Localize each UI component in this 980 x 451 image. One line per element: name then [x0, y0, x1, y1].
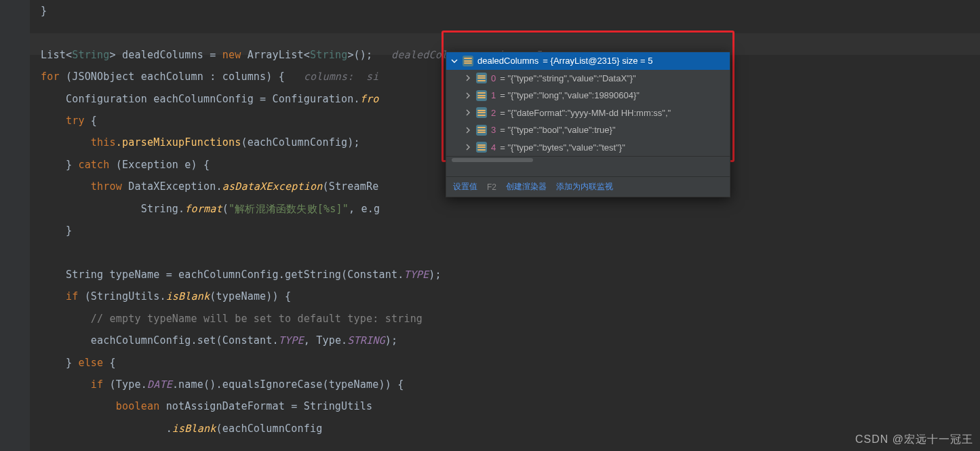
- code-text: STRING: [347, 334, 385, 347]
- debugger-item-node[interactable]: 4 = "{"type":"bytes","value":"test"}": [446, 139, 730, 157]
- code-text: );: [429, 269, 441, 281]
- object-icon: [463, 56, 473, 66]
- debugger-var-value: = "{"type":"bool","value":true}": [500, 125, 615, 135]
- code-text: (: [222, 203, 229, 215]
- debugger-item-node[interactable]: 0 = "{"type":"string","value":"DataX"}": [446, 70, 730, 87]
- code-text: }: [66, 224, 72, 237]
- code-text: }: [66, 159, 78, 171]
- code-text: notAssignDateFormat = StringUtils: [159, 400, 372, 412]
- code-comment: // empty typeName will be set to default…: [91, 313, 423, 325]
- debugger-var-name: 3: [491, 125, 496, 135]
- code-text: catch: [78, 159, 109, 171]
- code-text: String.: [141, 203, 185, 215]
- code-text: String: [72, 49, 109, 61]
- code-text: (eachColumnConfig);: [241, 136, 359, 149]
- code-text: .name().equalsIgnoreCase(typeName)) {: [172, 378, 404, 391]
- debugger-item-node[interactable]: 2 = "{"dateFormat":"yyyy-MM-dd HH:mm:ss"…: [446, 104, 730, 122]
- code-text: {: [85, 115, 97, 127]
- code-text: fro: [360, 93, 379, 105]
- debugger-var-name: 4: [491, 142, 496, 153]
- code-text: }: [41, 5, 47, 17]
- code-text: List: [41, 49, 66, 61]
- object-icon: [476, 125, 487, 136]
- code-text: eachColumnConfig.set(Constant.: [91, 334, 279, 347]
- code-text: , e.g: [349, 203, 380, 215]
- debugger-root-node[interactable]: dealedColumns = {ArrayList@2315} size = …: [446, 52, 730, 70]
- code-text: this: [91, 136, 116, 149]
- code-text: , Type.: [304, 334, 348, 347]
- editor-gutter: [0, 0, 30, 451]
- chevron-right-icon[interactable]: [464, 74, 472, 82]
- debugger-popup[interactable]: dealedColumns = {ArrayList@2315} size = …: [446, 52, 730, 197]
- inline-hint: columns: si: [304, 71, 379, 83]
- code-text: (eachColumnConfig: [216, 423, 322, 435]
- code-text: .parseMixupFunctions: [116, 136, 241, 149]
- code-text: if: [66, 290, 78, 302]
- code-text: );: [385, 334, 397, 347]
- debugger-var-name: 0: [491, 73, 496, 83]
- code-text: format: [184, 203, 222, 215]
- code-text: asDataXException: [222, 180, 323, 193]
- chevron-right-icon[interactable]: [464, 109, 472, 117]
- debugger-var-name: 2: [491, 108, 496, 118]
- object-icon: [476, 107, 487, 118]
- code-text: boolean: [116, 400, 160, 412]
- debugger-var-name: dealedColumns: [477, 56, 538, 66]
- debugger-var-value: = {ArrayList@2315} size = 5: [543, 56, 652, 66]
- code-text: (Type.: [103, 378, 147, 391]
- object-icon: [476, 90, 487, 101]
- chevron-right-icon[interactable]: [464, 126, 472, 134]
- code-text: DataXException.: [122, 180, 222, 193]
- code-text: }: [66, 357, 78, 369]
- code-text: "解析混淆函数失败[%s]": [229, 203, 349, 215]
- code-text: TYPE: [279, 334, 304, 347]
- code-text: .: [166, 423, 172, 435]
- code-text: isBlank: [166, 290, 210, 302]
- code-text: {: [103, 357, 115, 369]
- code-text: String typeName = eachColumnConfig.getSt…: [66, 269, 404, 281]
- chevron-right-icon[interactable]: [464, 92, 472, 100]
- code-text: (typeName)) {: [210, 290, 291, 302]
- object-icon: [476, 142, 487, 153]
- code-text: Configuration eachColumnConfig = Configu…: [66, 93, 360, 105]
- code-text: if: [91, 378, 103, 391]
- code-text: else: [78, 357, 103, 369]
- code-text: try: [66, 115, 85, 127]
- set-value-action[interactable]: 设置值: [453, 181, 477, 193]
- debugger-var-value: = "{"type":"long","value":19890604}": [500, 90, 640, 100]
- debugger-var-value: = "{"type":"string","value":"DataX"}": [500, 73, 635, 83]
- code-text: TYPE: [404, 269, 429, 281]
- debugger-spacer: [446, 163, 730, 176]
- code-text: for: [41, 71, 60, 83]
- code-text: DATE: [147, 378, 172, 391]
- code-text: (StringUtils.: [78, 290, 165, 302]
- debugger-item-node[interactable]: 3 = "{"type":"bool","value":true}": [446, 121, 730, 139]
- scrollbar-thumb[interactable]: [452, 158, 533, 162]
- code-text: (StreamRe: [322, 180, 378, 193]
- chevron-down-icon[interactable]: [450, 57, 458, 65]
- code-text: isBlank: [172, 423, 216, 435]
- debugger-h-scrollbar[interactable]: [446, 156, 730, 163]
- code-text: (JSONObject eachColumn : columns) {: [60, 71, 285, 83]
- debugger-var-value: = "{"type":"bytes","value":"test"}": [500, 142, 625, 153]
- object-icon: [476, 73, 487, 83]
- add-watch-action[interactable]: 添加为内联监视: [556, 181, 613, 193]
- create-renderer-action[interactable]: 创建渲染器: [506, 181, 547, 193]
- debugger-footer: 设置值 F2 创建渲染器 添加为内联监视: [446, 176, 730, 197]
- code-text: (Exception e) {: [110, 159, 210, 171]
- code-text: ArrayList: [241, 49, 303, 61]
- chevron-right-icon[interactable]: [464, 143, 472, 151]
- code-text: dealedColumns =: [116, 49, 222, 61]
- watermark: CSDN @宏远十一冠王: [855, 433, 973, 447]
- debugger-var-name: 1: [491, 90, 496, 100]
- debugger-item-node[interactable]: 1 = "{"type":"long","value":19890604}": [446, 87, 730, 104]
- debugger-var-value: = "{"dateFormat":"yyyy-MM-dd HH:mm:ss",": [500, 108, 671, 118]
- code-text: ();: [354, 49, 373, 61]
- code-text: throw: [91, 180, 122, 193]
- hotkey-label: F2: [487, 182, 496, 192]
- code-text: new: [222, 49, 241, 61]
- code-text: String: [310, 49, 347, 61]
